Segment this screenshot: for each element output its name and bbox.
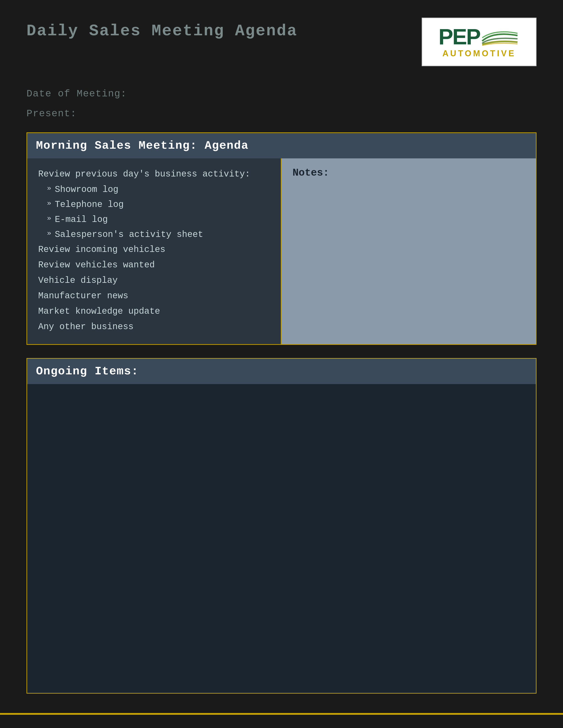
logo-swoosh-icon (480, 27, 520, 47)
ongoing-header-text: Ongoing Items: (36, 365, 139, 378)
logo-automotive-text: AUTOMOTIVE (443, 49, 516, 58)
logo-brand-text: PEP (439, 26, 480, 48)
sub-item-telephone-text: Telephone log (55, 198, 124, 212)
sub-item-telephone: » Telephone log (38, 198, 270, 212)
morning-agenda-header-text: Morning Sales Meeting: Agenda (36, 139, 248, 152)
agenda-item-vehicles-wanted: Review vehicles wanted (38, 258, 270, 272)
review-heading: Review previous day's business activity: (38, 167, 270, 181)
meta-section: Date of Meeting: Present: (26, 88, 537, 119)
agenda-left-column: Review previous day's business activity:… (27, 158, 282, 344)
morning-agenda-header: Morning Sales Meeting: Agenda (27, 133, 536, 158)
agenda-item-manufacturer-news: Manufacturer news (38, 289, 270, 303)
morning-agenda-body: Review previous day's business activity:… (27, 158, 536, 344)
agenda-item-market-knowledge: Market knowledge update (38, 304, 270, 319)
agenda-item-incoming: Review incoming vehicles (38, 243, 270, 257)
agenda-notes-column: Notes: (282, 158, 536, 344)
header: Daily Sales Meeting Agenda PEP AUTOMOTIV… (26, 18, 537, 66)
page: Daily Sales Meeting Agenda PEP AUTOMOTIV… (0, 0, 563, 728)
bullet-icon: » (47, 183, 51, 194)
page-title: Daily Sales Meeting Agenda (26, 22, 298, 40)
logo-container: PEP AUTOMOTIVE (422, 18, 537, 66)
sub-item-salesperson: » Salesperson's activity sheet (38, 228, 270, 242)
logo-pep: PEP (439, 26, 520, 48)
bullet-icon: » (47, 228, 51, 239)
bullet-icon: » (47, 198, 51, 209)
ongoing-items-section: Ongoing Items: (26, 358, 537, 694)
ongoing-body (27, 384, 536, 693)
sub-item-email-text: E-mail log (55, 213, 108, 227)
date-of-meeting-label: Date of Meeting: (26, 88, 537, 99)
notes-label: Notes: (293, 167, 525, 179)
agenda-item-vehicle-display: Vehicle display (38, 274, 270, 288)
bullet-icon: » (47, 213, 51, 224)
bottom-gold-line (0, 713, 563, 715)
sub-item-showroom-text: Showroom log (55, 183, 118, 197)
ongoing-header: Ongoing Items: (27, 359, 536, 384)
agenda-item-any-other: Any other business (38, 320, 270, 334)
present-label: Present: (26, 108, 537, 119)
sub-item-showroom: » Showroom log (38, 183, 270, 197)
sub-item-salesperson-text: Salesperson's activity sheet (55, 228, 203, 242)
sub-item-email: » E-mail log (38, 213, 270, 227)
morning-agenda-table: Morning Sales Meeting: Agenda Review pre… (26, 132, 537, 345)
